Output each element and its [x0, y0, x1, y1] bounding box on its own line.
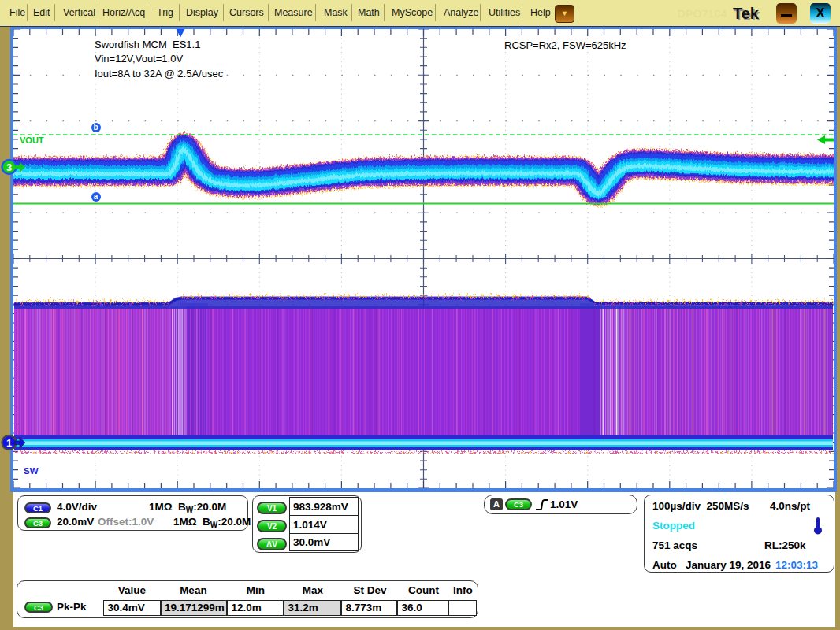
svg-text:3: 3 — [6, 161, 12, 173]
svg-text:1: 1 — [6, 437, 12, 449]
